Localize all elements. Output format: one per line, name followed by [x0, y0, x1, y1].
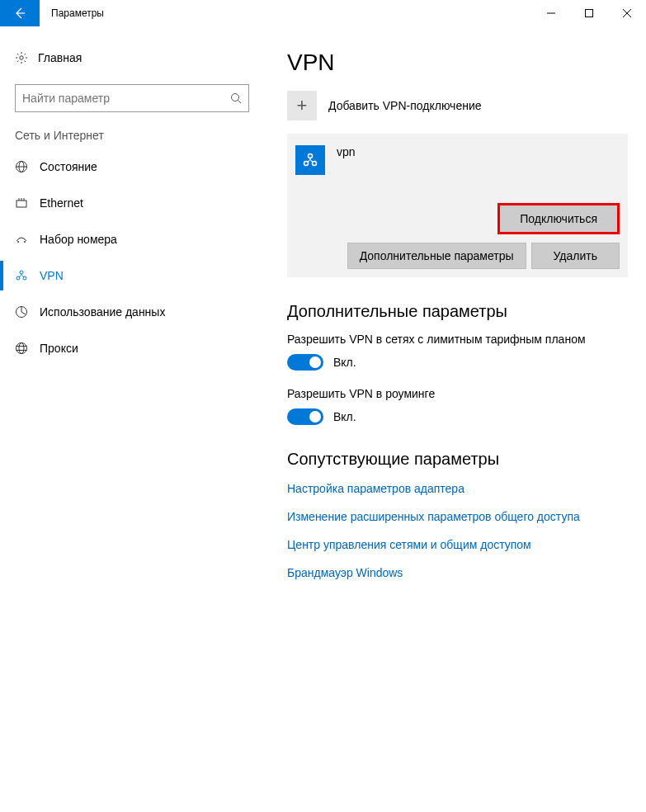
plus-icon: +: [287, 91, 317, 120]
sidebar-item-status[interactable]: Состояние: [0, 149, 264, 185]
main-content: VPN + Добавить VPN-подключение vpn Подкл…: [264, 26, 646, 812]
svg-point-21: [19, 343, 24, 354]
vpn-icon: [15, 269, 40, 282]
sidebar: Главная Сеть и Интернет Состояние Ethern…: [0, 26, 264, 812]
proxy-icon: [15, 342, 40, 355]
svg-rect-10: [17, 201, 26, 207]
sidebar-item-label: VPN: [40, 269, 64, 282]
advanced-options-button[interactable]: Дополнительные параметры: [347, 243, 526, 269]
related-section: Сопутствующие параметры Настройка параме…: [287, 450, 628, 579]
vpn-connection-card[interactable]: vpn Подключиться Дополнительные параметр…: [287, 134, 628, 277]
toggle-state: Вкл.: [333, 410, 356, 423]
window-title: Параметры: [40, 0, 104, 26]
gear-icon: [15, 51, 38, 64]
related-heading: Сопутствующие параметры: [287, 450, 628, 469]
close-icon: [623, 9, 631, 17]
sidebar-item-proxy[interactable]: Прокси: [0, 330, 264, 366]
svg-point-5: [232, 94, 239, 102]
globe-icon: [15, 160, 40, 173]
svg-point-20: [17, 343, 27, 354]
toggle-roaming[interactable]: [287, 408, 323, 425]
sidebar-item-label: Ethernet: [40, 196, 83, 210]
svg-point-16: [20, 271, 23, 274]
svg-point-14: [17, 241, 19, 243]
svg-line-6: [238, 101, 242, 104]
sidebar-item-vpn[interactable]: VPN: [0, 257, 264, 294]
add-vpn-row[interactable]: + Добавить VPN-подключение: [287, 91, 628, 120]
sidebar-home[interactable]: Главная: [0, 43, 264, 73]
ethernet-icon: [15, 196, 40, 210]
page-heading: VPN: [287, 50, 628, 76]
add-vpn-label: Добавить VPN-подключение: [328, 99, 482, 112]
search-input[interactable]: [22, 92, 230, 105]
arrow-left-icon: [13, 7, 26, 20]
link-sharing-settings[interactable]: Изменение расширенных параметров общего …: [287, 510, 628, 523]
sidebar-item-label: Прокси: [40, 342, 78, 355]
svg-rect-1: [586, 10, 593, 17]
maximize-icon: [585, 9, 593, 17]
vpn-connection-icon: [295, 145, 325, 175]
link-firewall[interactable]: Брандмауэр Windows: [287, 566, 628, 579]
search-box[interactable]: [15, 84, 249, 112]
back-button[interactable]: [0, 0, 40, 26]
sidebar-item-label: Использование данных: [40, 305, 165, 319]
svg-point-15: [24, 241, 26, 243]
minimize-button[interactable]: [532, 0, 570, 26]
toggle-state: Вкл.: [333, 356, 356, 369]
dialup-icon: [15, 233, 40, 246]
sidebar-item-dialup[interactable]: Набор номера: [0, 221, 264, 257]
sidebar-group-title: Сеть и Интернет: [0, 129, 264, 149]
link-network-center[interactable]: Центр управления сетями и общим доступом: [287, 538, 628, 551]
close-button[interactable]: [608, 0, 646, 26]
vpn-connection-name: vpn: [337, 145, 356, 158]
delete-button[interactable]: Удалить: [531, 243, 620, 269]
link-adapter-settings[interactable]: Настройка параметров адаптера: [287, 482, 628, 495]
sidebar-item-label: Состояние: [40, 160, 97, 173]
svg-point-24: [309, 154, 313, 158]
toggle-metered[interactable]: [287, 354, 323, 371]
maximize-button[interactable]: [570, 0, 608, 26]
minimize-icon: [547, 9, 555, 17]
setting-metered: Разрешить VPN в сетях с лимитным тарифны…: [287, 333, 628, 371]
search-icon: [230, 92, 242, 104]
svg-point-4: [20, 56, 23, 59]
data-usage-icon: [15, 305, 40, 319]
sidebar-item-ethernet[interactable]: Ethernet: [0, 185, 264, 221]
setting-roaming: Разрешить VPN в роуминге Вкл.: [287, 387, 628, 425]
sidebar-item-label: Набор номера: [40, 233, 117, 246]
title-bar: Параметры: [0, 0, 646, 26]
setting-desc: Разрешить VPN в роуминге: [287, 387, 628, 400]
sidebar-item-data-usage[interactable]: Использование данных: [0, 294, 264, 330]
setting-desc: Разрешить VPN в сетях с лимитным тарифны…: [287, 333, 628, 346]
sidebar-home-label: Главная: [38, 51, 82, 64]
advanced-heading: Дополнительные параметры: [287, 302, 628, 321]
connect-button[interactable]: Подключиться: [497, 203, 620, 234]
